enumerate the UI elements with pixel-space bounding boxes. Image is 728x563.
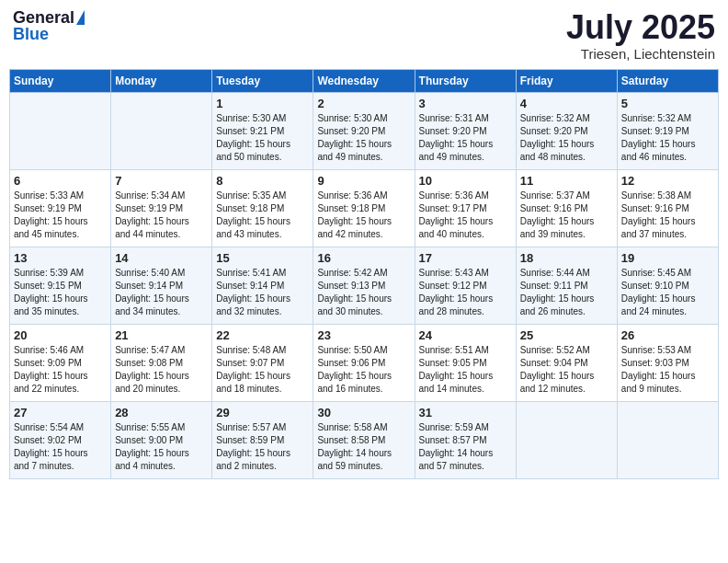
day-info: Sunrise: 5:59 AM Sunset: 8:57 PM Dayligh… xyxy=(419,421,512,473)
day-number: 14 xyxy=(115,251,208,265)
calendar-cell: 16Sunrise: 5:42 AM Sunset: 9:13 PM Dayli… xyxy=(313,247,415,324)
calendar-cell: 11Sunrise: 5:37 AM Sunset: 9:16 PM Dayli… xyxy=(516,169,617,247)
day-info: Sunrise: 5:34 AM Sunset: 9:19 PM Dayligh… xyxy=(115,190,208,241)
day-info: Sunrise: 5:40 AM Sunset: 9:14 PM Dayligh… xyxy=(115,267,208,318)
day-number: 22 xyxy=(216,328,309,342)
calendar-cell: 25Sunrise: 5:52 AM Sunset: 9:04 PM Dayli… xyxy=(516,324,617,401)
title-block: July 2025 Triesen, Liechtenstein xyxy=(566,9,715,62)
calendar-cell: 22Sunrise: 5:48 AM Sunset: 9:07 PM Dayli… xyxy=(212,324,313,401)
day-info: Sunrise: 5:38 AM Sunset: 9:16 PM Dayligh… xyxy=(621,190,714,241)
day-number: 12 xyxy=(621,174,714,188)
calendar-cell: 12Sunrise: 5:38 AM Sunset: 9:16 PM Dayli… xyxy=(617,169,718,247)
day-info: Sunrise: 5:32 AM Sunset: 9:20 PM Dayligh… xyxy=(520,112,613,164)
header-thursday: Thursday xyxy=(415,69,516,92)
day-number: 24 xyxy=(419,328,512,342)
day-info: Sunrise: 5:45 AM Sunset: 9:10 PM Dayligh… xyxy=(621,267,714,318)
calendar-cell: 28Sunrise: 5:55 AM Sunset: 9:00 PM Dayli… xyxy=(111,401,212,478)
day-info: Sunrise: 5:54 AM Sunset: 9:02 PM Dayligh… xyxy=(14,421,107,473)
day-info: Sunrise: 5:30 AM Sunset: 9:21 PM Dayligh… xyxy=(216,112,309,164)
calendar-cell: 14Sunrise: 5:40 AM Sunset: 9:14 PM Dayli… xyxy=(111,247,212,324)
day-number: 1 xyxy=(216,97,309,110)
day-info: Sunrise: 5:46 AM Sunset: 9:09 PM Dayligh… xyxy=(14,344,107,396)
day-info: Sunrise: 5:36 AM Sunset: 9:18 PM Dayligh… xyxy=(317,190,410,241)
day-number: 19 xyxy=(621,251,714,265)
day-number: 7 xyxy=(115,174,208,188)
calendar-cell: 1Sunrise: 5:30 AM Sunset: 9:21 PM Daylig… xyxy=(212,92,313,169)
calendar-cell: 18Sunrise: 5:44 AM Sunset: 9:11 PM Dayli… xyxy=(516,247,617,324)
calendar-cell: 30Sunrise: 5:58 AM Sunset: 8:58 PM Dayli… xyxy=(313,401,415,478)
day-number: 29 xyxy=(216,406,309,419)
logo-general: General xyxy=(13,9,74,26)
calendar-cell xyxy=(617,401,718,478)
calendar-cell: 17Sunrise: 5:43 AM Sunset: 9:12 PM Dayli… xyxy=(415,247,516,324)
calendar-cell: 23Sunrise: 5:50 AM Sunset: 9:06 PM Dayli… xyxy=(313,324,415,401)
day-number: 11 xyxy=(520,174,613,188)
day-info: Sunrise: 5:35 AM Sunset: 9:18 PM Dayligh… xyxy=(216,190,309,241)
calendar-cell: 20Sunrise: 5:46 AM Sunset: 9:09 PM Dayli… xyxy=(10,324,111,401)
calendar-week-row: 1Sunrise: 5:30 AM Sunset: 9:21 PM Daylig… xyxy=(10,92,719,169)
day-info: Sunrise: 5:32 AM Sunset: 9:19 PM Dayligh… xyxy=(621,112,714,164)
header-friday: Friday xyxy=(516,69,617,92)
calendar-cell: 4Sunrise: 5:32 AM Sunset: 9:20 PM Daylig… xyxy=(516,92,617,169)
calendar-cell: 5Sunrise: 5:32 AM Sunset: 9:19 PM Daylig… xyxy=(617,92,718,169)
calendar-cell: 24Sunrise: 5:51 AM Sunset: 9:05 PM Dayli… xyxy=(415,324,516,401)
day-info: Sunrise: 5:33 AM Sunset: 9:19 PM Dayligh… xyxy=(14,190,107,241)
day-info: Sunrise: 5:31 AM Sunset: 9:20 PM Dayligh… xyxy=(419,112,512,164)
calendar-cell: 3Sunrise: 5:31 AM Sunset: 9:20 PM Daylig… xyxy=(415,92,516,169)
day-info: Sunrise: 5:47 AM Sunset: 9:08 PM Dayligh… xyxy=(115,344,208,396)
day-number: 8 xyxy=(216,174,309,188)
calendar-cell: 13Sunrise: 5:39 AM Sunset: 9:15 PM Dayli… xyxy=(10,247,111,324)
day-info: Sunrise: 5:48 AM Sunset: 9:07 PM Dayligh… xyxy=(216,344,309,396)
calendar-cell xyxy=(111,92,212,169)
calendar-cell: 27Sunrise: 5:54 AM Sunset: 9:02 PM Dayli… xyxy=(10,401,111,478)
calendar-cell: 19Sunrise: 5:45 AM Sunset: 9:10 PM Dayli… xyxy=(617,247,718,324)
day-info: Sunrise: 5:57 AM Sunset: 8:59 PM Dayligh… xyxy=(216,421,309,473)
header-saturday: Saturday xyxy=(617,69,718,92)
day-number: 17 xyxy=(419,251,512,265)
day-number: 2 xyxy=(317,97,410,110)
day-number: 9 xyxy=(317,174,410,188)
day-info: Sunrise: 5:51 AM Sunset: 9:05 PM Dayligh… xyxy=(419,344,512,396)
day-info: Sunrise: 5:58 AM Sunset: 8:58 PM Dayligh… xyxy=(317,421,410,473)
day-number: 3 xyxy=(419,97,512,110)
day-info: Sunrise: 5:52 AM Sunset: 9:04 PM Dayligh… xyxy=(520,344,613,396)
day-number: 5 xyxy=(621,97,714,110)
day-number: 28 xyxy=(115,406,208,419)
day-number: 30 xyxy=(317,406,410,419)
calendar-cell: 31Sunrise: 5:59 AM Sunset: 8:57 PM Dayli… xyxy=(415,401,516,478)
calendar-cell: 26Sunrise: 5:53 AM Sunset: 9:03 PM Dayli… xyxy=(617,324,718,401)
day-number: 18 xyxy=(520,251,613,265)
day-info: Sunrise: 5:53 AM Sunset: 9:03 PM Dayligh… xyxy=(621,344,714,396)
calendar-week-row: 13Sunrise: 5:39 AM Sunset: 9:15 PM Dayli… xyxy=(10,247,719,324)
day-number: 26 xyxy=(621,328,714,342)
day-info: Sunrise: 5:50 AM Sunset: 9:06 PM Dayligh… xyxy=(317,344,410,396)
calendar-cell: 8Sunrise: 5:35 AM Sunset: 9:18 PM Daylig… xyxy=(212,169,313,247)
day-number: 31 xyxy=(419,406,512,419)
day-info: Sunrise: 5:36 AM Sunset: 9:17 PM Dayligh… xyxy=(419,190,512,241)
day-number: 10 xyxy=(419,174,512,188)
day-number: 20 xyxy=(14,328,107,342)
calendar-cell: 21Sunrise: 5:47 AM Sunset: 9:08 PM Dayli… xyxy=(111,324,212,401)
header-wednesday: Wednesday xyxy=(313,69,415,92)
calendar-header-row: SundayMondayTuesdayWednesdayThursdayFrid… xyxy=(10,69,719,92)
calendar-week-row: 20Sunrise: 5:46 AM Sunset: 9:09 PM Dayli… xyxy=(10,324,719,401)
logo-triangle-icon xyxy=(76,10,85,25)
header-sunday: Sunday xyxy=(10,69,111,92)
page-header: General Blue July 2025 Triesen, Liechten… xyxy=(9,9,719,62)
day-number: 6 xyxy=(14,174,107,188)
calendar-cell: 9Sunrise: 5:36 AM Sunset: 9:18 PM Daylig… xyxy=(313,169,415,247)
day-number: 13 xyxy=(14,251,107,265)
calendar-table: SundayMondayTuesdayWednesdayThursdayFrid… xyxy=(9,69,719,479)
calendar-title: July 2025 xyxy=(566,9,715,46)
day-number: 4 xyxy=(520,97,613,110)
calendar-cell: 6Sunrise: 5:33 AM Sunset: 9:19 PM Daylig… xyxy=(10,169,111,247)
day-info: Sunrise: 5:39 AM Sunset: 9:15 PM Dayligh… xyxy=(14,267,107,318)
calendar-cell: 10Sunrise: 5:36 AM Sunset: 9:17 PM Dayli… xyxy=(415,169,516,247)
calendar-cell: 7Sunrise: 5:34 AM Sunset: 9:19 PM Daylig… xyxy=(111,169,212,247)
day-info: Sunrise: 5:41 AM Sunset: 9:14 PM Dayligh… xyxy=(216,267,309,318)
day-info: Sunrise: 5:55 AM Sunset: 9:00 PM Dayligh… xyxy=(115,421,208,473)
calendar-week-row: 27Sunrise: 5:54 AM Sunset: 9:02 PM Dayli… xyxy=(10,401,719,478)
calendar-cell: 15Sunrise: 5:41 AM Sunset: 9:14 PM Dayli… xyxy=(212,247,313,324)
calendar-week-row: 6Sunrise: 5:33 AM Sunset: 9:19 PM Daylig… xyxy=(10,169,719,247)
day-number: 15 xyxy=(216,251,309,265)
